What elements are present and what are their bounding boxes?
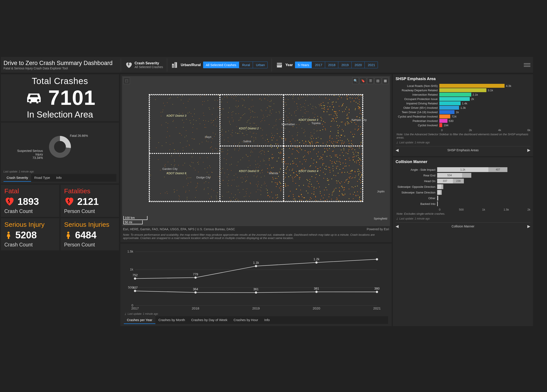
urban-rural-pill-all-selected-crashes[interactable]: All Selected Crashes bbox=[203, 62, 239, 68]
svg-text:779: 779 bbox=[193, 273, 198, 276]
serious-injury-stat: Serious Injury 5208 Crash Count bbox=[1, 218, 59, 250]
fatal-title: Fatal bbox=[4, 187, 56, 195]
map-basemap-icon[interactable]: ▦ bbox=[382, 77, 389, 84]
crashes-per-year-chart[interactable]: 05001k1.5k7527791.1k1.2k4073643613813802… bbox=[124, 246, 388, 311]
year-label: Year bbox=[285, 63, 293, 67]
state-outline: KDOT District 3 KDOT District 2 KDOT Dis… bbox=[149, 94, 363, 202]
menu-icon[interactable] bbox=[524, 63, 530, 67]
urban-rural-pill-urban[interactable]: Urban bbox=[253, 62, 268, 68]
urban-rural-group: Urban/Rural All Selected CrashesRuralUrb… bbox=[169, 61, 270, 69]
svg-text:2019: 2019 bbox=[252, 306, 260, 310]
svg-point-1416 bbox=[315, 261, 317, 263]
collision-title: Collision Manner bbox=[396, 159, 530, 164]
total-heading: Total Crashes bbox=[4, 76, 116, 86]
download-icon[interactable]: ⭳ bbox=[396, 141, 399, 144]
total-crashes-panel: Total Crashes 7101 In Selection Area bbox=[1, 74, 119, 121]
svg-point-0 bbox=[7, 232, 10, 234]
map-bookmark-icon[interactable]: 🔖 bbox=[360, 77, 366, 84]
fatalities-stat: Fatalities 2121 Person Count bbox=[61, 185, 119, 217]
svg-point-1418 bbox=[376, 258, 378, 260]
svg-point-1419 bbox=[134, 290, 136, 292]
crash-severity-selector[interactable]: Crash Severity All Selected Crashes bbox=[122, 61, 166, 69]
urban-rural-pill-rural[interactable]: Rural bbox=[239, 62, 253, 68]
collision-pager-label: Collision Manner bbox=[451, 225, 474, 228]
year-pill-2018[interactable]: 2018 bbox=[326, 62, 338, 68]
svg-point-1425 bbox=[315, 291, 317, 293]
shsp-next-icon[interactable]: ▶ bbox=[527, 148, 530, 152]
year-group: Year 5-Years20172018201920202021 bbox=[273, 61, 381, 69]
svg-point-1423 bbox=[255, 292, 257, 294]
fatal-stat: Fatal 1893 Crash Count bbox=[1, 185, 59, 217]
svg-text:2021: 2021 bbox=[373, 306, 381, 310]
line-tab-crashes-by-day-of-week[interactable]: Crashes by Day of Week bbox=[188, 316, 231, 324]
svg-text:2020: 2020 bbox=[313, 306, 320, 310]
crash-severity-label: Crash Severity bbox=[135, 61, 163, 65]
year-pill-2021[interactable]: 2021 bbox=[365, 62, 378, 68]
shsp-bar-chart[interactable]: Local Roads (Non-SHS) 4.3kRoadway Depart… bbox=[396, 83, 530, 128]
severity-donut-chart[interactable] bbox=[49, 136, 71, 158]
shsp-prev-icon[interactable]: ◀ bbox=[396, 148, 399, 152]
svg-text:381: 381 bbox=[314, 287, 319, 290]
year-pill-5-years[interactable]: 5-Years bbox=[295, 62, 312, 68]
svg-point-1414 bbox=[255, 265, 257, 267]
line-tab-crashes-by-hour[interactable]: Crashes by Hour bbox=[230, 316, 261, 324]
person-icon bbox=[4, 230, 13, 240]
line-tab-info[interactable]: Info bbox=[261, 316, 273, 324]
svg-text:361: 361 bbox=[253, 287, 259, 291]
map-search-icon[interactable]: 🔍 bbox=[352, 77, 359, 84]
serious-injuries-stat: Serious Injuries 6484 Person Count bbox=[61, 218, 119, 250]
svg-point-1412 bbox=[194, 276, 197, 279]
svg-point-1421 bbox=[194, 291, 197, 294]
total-value: 7101 bbox=[48, 86, 96, 110]
map-note: Note: To ensure performance and scalabil… bbox=[122, 232, 390, 241]
header-bar: Drive to Zero Crash Summary Dashboard Fa… bbox=[1, 57, 533, 73]
download-icon[interactable]: ⭳ bbox=[396, 217, 399, 220]
left-tab-info[interactable]: Info bbox=[53, 174, 65, 182]
heart-icon bbox=[4, 196, 15, 207]
svg-text:1k: 1k bbox=[130, 268, 133, 271]
year-pill-2020[interactable]: 2020 bbox=[352, 62, 365, 68]
crash-severity-value: All Selected Crashes bbox=[135, 65, 163, 69]
donut-serious-label: Suspected Serious Injury73.34% bbox=[17, 149, 43, 159]
heart-break-icon bbox=[125, 61, 132, 69]
crashes-per-year-panel: 05001k1.5k7527791.1k1.2k4073643613813802… bbox=[120, 244, 392, 326]
svg-point-1410 bbox=[134, 277, 136, 280]
line-tab-crashes-per-year[interactable]: Crashes per Year bbox=[124, 316, 155, 324]
svg-point-1427 bbox=[376, 291, 378, 293]
line-tab-crashes-by-month[interactable]: Crashes by Month bbox=[155, 316, 188, 324]
map-attribution: Esri, HERE, Garmin, FAO, NOAA, USGS, EPA… bbox=[123, 227, 235, 231]
map-layers-icon[interactable]: ▤ bbox=[375, 77, 381, 84]
collision-prev-icon[interactable]: ◀ bbox=[396, 224, 399, 229]
person-icon bbox=[64, 230, 72, 240]
car-icon bbox=[24, 88, 44, 108]
collision-note: Note: Excludes single-vehicle crashes. bbox=[396, 211, 530, 216]
buildings-icon bbox=[171, 61, 178, 69]
svg-text:1.2k: 1.2k bbox=[314, 257, 320, 261]
last-update-text: Last update: 1 minute ago bbox=[4, 169, 116, 174]
svg-text:752: 752 bbox=[132, 273, 138, 277]
left-tab-road-type[interactable]: Road Type bbox=[31, 174, 53, 182]
collision-next-icon[interactable]: ▶ bbox=[527, 224, 530, 229]
year-pill-2019[interactable]: 2019 bbox=[339, 62, 351, 68]
select-tool-icon[interactable]: ⬚ bbox=[123, 77, 130, 84]
svg-text:1.5k: 1.5k bbox=[127, 250, 133, 253]
download-icon[interactable]: ⭳ bbox=[124, 312, 127, 315]
calendar-icon bbox=[276, 61, 283, 69]
shsp-pager-label: SHSP Emphasis Areas bbox=[447, 148, 479, 152]
svg-text:364: 364 bbox=[193, 287, 198, 291]
map-powered-by[interactable]: Powered by Esri bbox=[367, 227, 389, 231]
shsp-title: SHSP Emphasis Area bbox=[396, 77, 530, 81]
shsp-note: Note: Use the Advanced Selector Sidebar … bbox=[396, 132, 530, 140]
dashboard-title: Drive to Zero Crash Summary Dashboard bbox=[4, 60, 119, 67]
left-tab-crash-severity[interactable]: Crash Severity bbox=[4, 174, 31, 182]
map-scale: 100 km 50 mi bbox=[123, 216, 147, 225]
svg-text:2017: 2017 bbox=[131, 306, 139, 310]
year-pill-2017[interactable]: 2017 bbox=[312, 62, 325, 68]
svg-text:380: 380 bbox=[374, 287, 380, 290]
collision-bar-chart[interactable]: Angle - Side Impact1.1k407Rear End534Hea… bbox=[396, 166, 530, 207]
map-panel: ⬚ 🔍 🔖 ☰ ▤ ▦ KDOT Distri bbox=[120, 74, 392, 242]
svg-point-1 bbox=[67, 232, 69, 234]
svg-text:1.1k: 1.1k bbox=[253, 261, 259, 264]
map-legend-icon[interactable]: ☰ bbox=[367, 77, 374, 84]
crash-map[interactable]: ⬚ 🔍 🔖 ☰ ▤ ▦ KDOT Distri bbox=[122, 76, 390, 226]
